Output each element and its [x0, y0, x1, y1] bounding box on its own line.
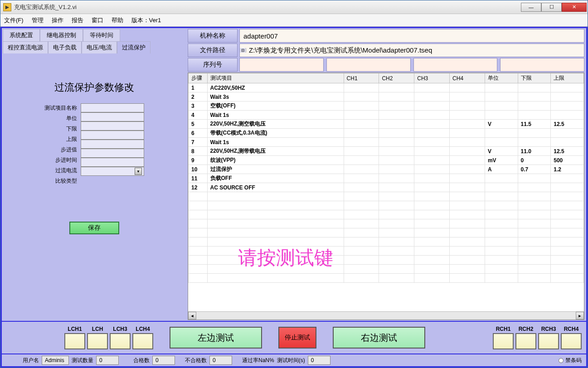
barcode-toggle[interactable]: 禁条码: [559, 357, 582, 364]
menu-file[interactable]: 文件(F): [4, 16, 24, 24]
param-dropdown-compare[interactable]: ▼: [81, 167, 144, 176]
left-test-button[interactable]: 左边测试: [170, 327, 262, 349]
table-row[interactable]: [189, 192, 584, 201]
status-rate-label: 通过率NaN%: [242, 357, 274, 364]
maximize-button[interactable]: ☐: [541, 3, 562, 12]
scroll-right-icon[interactable]: ►: [576, 312, 584, 320]
table-row[interactable]: [189, 247, 584, 256]
menu-window[interactable]: 窗口: [92, 16, 103, 24]
channel-indicator: LCH3: [110, 326, 131, 349]
table-row[interactable]: 6带载(CC模式,0.3A电流): [189, 129, 584, 138]
table-row[interactable]: 8220V,50HZ,测带载电压V11.012.5: [189, 147, 584, 156]
channel-indicator: RCH2: [515, 326, 536, 349]
indicator-box: [561, 333, 582, 349]
horizontal-scrollbar[interactable]: ◄ ►: [188, 311, 584, 320]
status-fail-value: 0: [209, 356, 232, 365]
path-field[interactable]: ⊟ Z:\李焕龙专用文件夹\充电宝测试系统\Model\adapter007.t…: [239, 44, 584, 57]
serial-input-1[interactable]: [239, 58, 324, 72]
table-row[interactable]: 12AC SOURCE OFF: [189, 183, 584, 192]
stop-test-button[interactable]: 停止测试: [278, 327, 316, 349]
param-input-oc[interactable]: [81, 158, 144, 167]
param-input-unit[interactable]: [81, 112, 144, 121]
channel-indicator: LCH1: [64, 326, 85, 349]
serial-label: 序列号: [188, 58, 238, 72]
scroll-left-icon[interactable]: ◄: [188, 312, 196, 320]
menu-operate[interactable]: 操作: [52, 16, 63, 24]
grid-header[interactable]: CH4: [450, 73, 485, 83]
channel-indicator: LCH: [87, 326, 108, 349]
menu-help[interactable]: 帮助: [112, 16, 123, 24]
tab-voltage-current[interactable]: 电压/电流: [82, 41, 117, 53]
table-row[interactable]: [189, 201, 584, 210]
tab-relay-control[interactable]: 继电器控制: [40, 29, 83, 41]
table-row[interactable]: [189, 265, 584, 274]
serial-input-2[interactable]: [326, 58, 411, 72]
table-row[interactable]: 3空载(OFF): [189, 102, 584, 111]
param-label-name: 测试项目名称: [44, 103, 77, 112]
table-row[interactable]: 1AC220V,50HZ: [189, 83, 584, 92]
menu-version[interactable]: 版本：Ver1: [131, 16, 161, 24]
table-row[interactable]: 9纹波(VPP)mV0500: [189, 156, 584, 165]
param-input-lo[interactable]: [81, 121, 144, 131]
menu-report[interactable]: 报告: [72, 16, 83, 24]
status-pass-value: 0: [152, 356, 175, 365]
tab-eload[interactable]: 电子负载: [48, 41, 82, 53]
grid-header[interactable]: 步骤: [189, 73, 208, 83]
indicator-box: [538, 333, 559, 349]
indicator-box: [110, 333, 131, 349]
table-row[interactable]: 7Wait 1s: [189, 138, 584, 147]
grid-header[interactable]: CH3: [414, 73, 450, 83]
grid-header[interactable]: 测试项目: [207, 73, 344, 83]
tab-overcurrent[interactable]: 过流保护: [117, 41, 151, 53]
param-label-compare: 比较类型: [55, 176, 77, 185]
table-row[interactable]: 10过流保护A0.71.2: [189, 165, 584, 174]
indicator-box: [87, 333, 108, 349]
table-row[interactable]: [189, 210, 584, 219]
right-test-button[interactable]: 右边测试: [333, 327, 425, 349]
table-row[interactable]: 2Wait 3s: [189, 92, 584, 102]
channel-indicator: RCH4: [561, 326, 582, 349]
tab-wait-time[interactable]: 等待时间: [83, 29, 120, 41]
test-grid: 步骤测试项目CH1CH2CH3CH4单位下限上限 1AC220V,50HZ2Wa…: [188, 73, 584, 320]
param-input-name[interactable]: [81, 103, 144, 112]
save-button[interactable]: 保存: [69, 222, 119, 234]
statusbar: 用户名 Adminis 测试数量 0 合格数 0 不合格数 0 通过率NaN% …: [2, 353, 586, 366]
param-label-lo: 下限: [66, 124, 77, 133]
param-label-hi: 上限: [66, 135, 77, 144]
grid-header[interactable]: CH2: [379, 73, 414, 83]
minimize-button[interactable]: —: [521, 3, 541, 12]
indicator-label: LCH4: [136, 326, 150, 332]
table-row[interactable]: 5220V,50HZ,测空载电压V11.512.5: [189, 120, 584, 129]
serial-input-4[interactable]: [500, 58, 584, 72]
indicator-box: [493, 333, 514, 349]
grid-header[interactable]: CH1: [344, 73, 379, 83]
table-row[interactable]: [189, 228, 584, 237]
table-row[interactable]: [189, 274, 584, 283]
status-count-label: 测试数量: [72, 357, 93, 364]
table-row[interactable]: [189, 237, 584, 247]
param-input-hi[interactable]: [81, 131, 144, 140]
channel-indicator: RCH1: [493, 326, 514, 349]
channel-indicator: RCH3: [538, 326, 559, 349]
table-row[interactable]: [189, 219, 584, 228]
tab-system-config[interactable]: 系统配置: [3, 29, 40, 41]
table-row[interactable]: 11负载OFF: [189, 174, 584, 183]
path-browse-icon[interactable]: ⊟: [240, 48, 246, 53]
status-user-label: 用户名: [23, 357, 39, 364]
model-value[interactable]: adapter007: [239, 29, 584, 43]
close-button[interactable]: ✕: [562, 3, 587, 12]
menu-manage[interactable]: 管理: [32, 16, 44, 24]
indicator-label: RCH3: [541, 326, 556, 332]
tab-dc-power[interactable]: 程控直流电源: [3, 41, 48, 53]
table-row[interactable]: 4Wait 1s: [189, 111, 584, 120]
param-input-steptime[interactable]: [81, 149, 144, 158]
grid-header[interactable]: 下限: [518, 73, 551, 83]
table-row[interactable]: [189, 256, 584, 265]
grid-header[interactable]: 单位: [485, 73, 518, 83]
indicator-label: RCH4: [564, 326, 579, 332]
param-input-step[interactable]: [81, 140, 144, 149]
indicator-label: RCH2: [519, 326, 534, 332]
grid-header[interactable]: 上限: [551, 73, 584, 83]
serial-input-3[interactable]: [413, 58, 498, 72]
param-label-unit: 单位: [66, 114, 77, 123]
